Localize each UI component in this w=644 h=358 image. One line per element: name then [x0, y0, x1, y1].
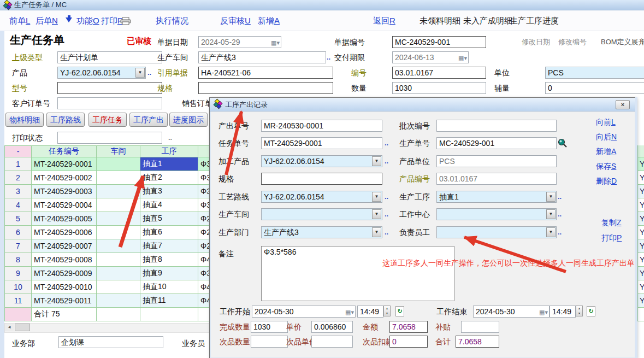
- product-browse-button[interactable]: ..: [147, 67, 151, 79]
- table-row[interactable]: 6 MT-240529-0006 抽直6 Φ2: [5, 226, 210, 239]
- start-time-field[interactable]: 14:49: [357, 306, 383, 318]
- customer-order-field[interactable]: [57, 97, 162, 109]
- row-spec[interactable]: Φ3: [198, 157, 210, 171]
- row-workshop[interactable]: [97, 267, 140, 280]
- subsidy-field[interactable]: [461, 321, 499, 333]
- row-process[interactable]: 抽直7: [140, 239, 198, 253]
- end-time-spinner[interactable]: ▲▼: [576, 306, 583, 316]
- doc-no-field[interactable]: MC-240529-001: [392, 36, 486, 48]
- row-workshop[interactable]: [97, 157, 140, 171]
- parent-type-field[interactable]: 生产计划单: [57, 51, 162, 63]
- end-time-down[interactable]: ▼: [576, 311, 582, 316]
- dlg-workshop-dropdown-button[interactable]: ▼: [372, 209, 381, 219]
- row-process[interactable]: 抽直4: [140, 198, 198, 212]
- workcenter-browse-button[interactable]: ..: [558, 208, 562, 220]
- dlg-workshop-combo[interactable]: ▼: [261, 208, 382, 220]
- task-no-browse-button[interactable]: ..: [385, 137, 388, 149]
- table-row[interactable]: 4 MT-240529-0004 抽直4 Φ3: [5, 198, 210, 212]
- dlg-workshop-browse-button[interactable]: ..: [385, 208, 388, 220]
- model-field[interactable]: [57, 82, 162, 94]
- output-no-field[interactable]: MR-240530-0001: [261, 120, 382, 132]
- tb-exec-status-button[interactable]: 执行情况: [156, 16, 188, 26]
- product-dropdown-button[interactable]: ▼: [135, 68, 145, 78]
- workshop-field[interactable]: 生产产线3: [198, 51, 326, 63]
- row-index[interactable]: 5: [5, 212, 32, 226]
- due-date-calendar-icon[interactable]: ▦▾: [458, 52, 467, 63]
- row-spec[interactable]: Φ3: [198, 198, 210, 212]
- table-row[interactable]: 9 MT-240529-0009 抽直9 Φ3: [5, 267, 210, 280]
- unit-field[interactable]: PCS: [545, 67, 644, 79]
- table-row[interactable]: 10 MT-240529-0010 抽直10 Φ4: [5, 280, 210, 294]
- start-time-down[interactable]: ▼: [384, 311, 390, 316]
- end-time-refresh-icon[interactable]: ↻: [587, 306, 595, 316]
- row-workshop[interactable]: [97, 226, 140, 239]
- start-time-spinner[interactable]: ▲▼: [383, 306, 391, 316]
- row-process[interactable]: 抽直9: [140, 267, 198, 280]
- dlg-product-combo[interactable]: YJ-62.02.06.0154▼: [261, 155, 382, 167]
- dlg-product-dropdown-button[interactable]: ▼: [372, 156, 381, 166]
- ref-doc-field[interactable]: HA-240521-06: [198, 67, 333, 79]
- table-row[interactable]: 11 MT-240529-0011 抽直11 Φ4: [5, 294, 210, 308]
- row-task-no[interactable]: MT-240529-0005: [32, 212, 97, 226]
- qty-field[interactable]: 1030: [392, 82, 486, 94]
- end-time-field[interactable]: 14:49: [550, 306, 576, 318]
- row-spec[interactable]: Φ4: [198, 294, 210, 308]
- product-combo[interactable]: YJ-62.02.06.0154▼: [57, 67, 146, 79]
- start-time-refresh-icon[interactable]: ↻: [395, 306, 404, 316]
- flag-cell[interactable]: Y: [637, 157, 644, 171]
- aux-qty-field[interactable]: 0: [545, 82, 644, 94]
- route-combo[interactable]: YJ-62.02.06.0154▼: [261, 191, 382, 203]
- employee-dropdown-button[interactable]: ▼: [546, 227, 556, 237]
- row-spec[interactable]: Φ3: [198, 171, 210, 185]
- tab-process-output[interactable]: 工序产出: [129, 113, 168, 127]
- dlg-code-field[interactable]: 03.01.0167: [436, 173, 557, 185]
- flag-cell[interactable]: Y: [637, 267, 644, 280]
- row-index[interactable]: 9: [5, 267, 32, 280]
- row-process[interactable]: 抽直5: [140, 212, 198, 226]
- row-index[interactable]: 10: [5, 280, 32, 294]
- dialog-close-button[interactable]: ×: [616, 100, 630, 109]
- price-field[interactable]: 0.006860: [311, 321, 353, 333]
- due-date-field[interactable]: 2024-06-13▦▾: [392, 51, 469, 63]
- dlg-unit-field[interactable]: PCS: [436, 155, 557, 167]
- row-spec[interactable]: Φ3: [198, 267, 210, 280]
- row-task-no[interactable]: MT-240529-0001: [32, 157, 97, 171]
- mod-date-label[interactable]: 修改日期: [522, 36, 550, 48]
- tab-process-task[interactable]: 工序任务: [88, 113, 127, 127]
- parent-type-label[interactable]: 上级类型: [12, 51, 43, 63]
- nav-next-button[interactable]: 向后N: [596, 132, 617, 142]
- row-spec[interactable]: Φ4: [198, 280, 210, 294]
- table-row[interactable]: 8 MT-240529-0008 抽直8 Φ4: [5, 253, 210, 267]
- code-field[interactable]: 03.01.0167: [392, 67, 486, 79]
- tb-process-progress-button[interactable]: 生产工序进度: [510, 16, 559, 26]
- employee-combo[interactable]: ▼: [436, 226, 557, 238]
- process-combo[interactable]: 抽直1▼: [436, 191, 557, 203]
- start-date-calendar-icon[interactable]: ▦▾: [345, 307, 354, 318]
- row-workshop[interactable]: [97, 185, 140, 198]
- row-process[interactable]: 抽直2: [140, 171, 198, 185]
- row-task-no[interactable]: MT-240529-0006: [32, 226, 97, 239]
- row-process[interactable]: 抽直10: [140, 280, 198, 294]
- tb-prev-button[interactable]: 前单L: [9, 16, 30, 26]
- horizontal-scrollbar[interactable]: ◄: [4, 323, 210, 333]
- printer-icon[interactable]: [120, 17, 131, 25]
- row-process[interactable]: 抽直11: [140, 294, 198, 308]
- workcenter-dropdown-button[interactable]: ▼: [546, 209, 556, 219]
- dlg-dept-combo[interactable]: 生产产线3▼: [261, 226, 382, 238]
- workcenter-combo[interactable]: ▼: [436, 208, 557, 220]
- print-status-browse-button[interactable]: ..: [168, 132, 172, 144]
- bom-expand-label[interactable]: BOM定义展开: [601, 36, 644, 48]
- tb-unaudit-button[interactable]: 反审核U: [220, 16, 251, 26]
- row-workshop[interactable]: [97, 198, 140, 212]
- dialog-titlebar[interactable]: 工序产出记录: [210, 98, 636, 111]
- row-workshop[interactable]: [97, 171, 140, 185]
- tab-process-route[interactable]: 工序路线: [46, 113, 85, 127]
- row-workshop[interactable]: [97, 212, 140, 226]
- row-process[interactable]: 抽直6: [140, 226, 198, 239]
- row-process[interactable]: 抽直3: [140, 185, 198, 198]
- amount-field[interactable]: 7.0658: [389, 321, 428, 333]
- row-spec[interactable]: Φ3: [198, 185, 210, 198]
- row-task-no[interactable]: MT-240529-0003: [32, 185, 97, 198]
- workshop-browse-button[interactable]: ..: [327, 51, 330, 63]
- nav-delete-button[interactable]: 删除D: [596, 177, 617, 186]
